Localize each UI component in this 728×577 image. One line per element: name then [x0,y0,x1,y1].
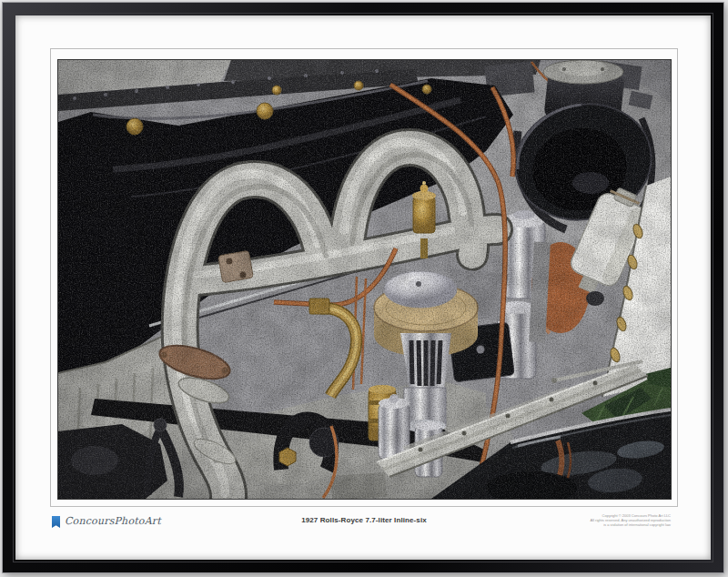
copyright-notice: Copyright © 2003 Concours Photo Art LLC … [591,513,672,527]
engine-photo [57,59,672,500]
vignette [58,60,671,499]
page-background: ConcoursPhotoArt 1927 Rolls-Royce 7.7-li… [0,0,728,577]
copyright-line: is a violation of international copyrigh… [591,522,672,527]
engine-photo-art [58,60,671,499]
